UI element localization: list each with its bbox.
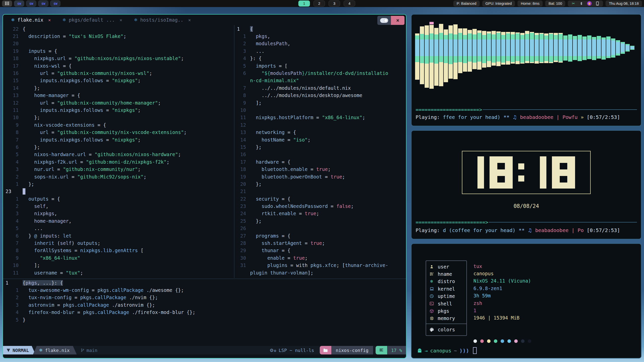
task-button[interactable]: $W bbox=[14, 1, 24, 7]
task-button[interactable]: $W bbox=[50, 1, 60, 7]
playing-text: ♫ bbox=[528, 227, 532, 233]
prompt-arrow: → bbox=[425, 348, 428, 354]
tag-1[interactable]: 1 bbox=[298, 1, 310, 7]
code-token: thunar-archive- bbox=[345, 262, 388, 268]
git-branch[interactable]: main bbox=[81, 348, 97, 353]
code-line: 9 ]; bbox=[234, 99, 407, 106]
viz-column bbox=[453, 17, 458, 104]
fetch-row: kernel bbox=[426, 285, 466, 292]
code-token: ; bbox=[184, 129, 187, 135]
clock-window: 08/08/24 =======================> Playin… bbox=[411, 130, 641, 239]
fire-icon[interactable] bbox=[587, 1, 592, 6]
tab-close-icon[interactable]: × bbox=[48, 17, 51, 23]
status-pill[interactable]: Bat: 100 bbox=[545, 1, 565, 7]
code-token: pkgs bbox=[63, 302, 74, 308]
line-number: 12 bbox=[234, 122, 250, 128]
tag-3[interactable]: 3 bbox=[329, 1, 340, 7]
viz-column bbox=[621, 17, 625, 104]
tag-2[interactable]: 2 bbox=[313, 1, 325, 7]
bluetooth-icon[interactable] bbox=[579, 1, 584, 6]
clock-pill[interactable]: Thu Aug 08, 18:18 bbox=[606, 1, 642, 7]
tab-hosts-isoImag-[interactable]: ❄hosts/isoImag..× bbox=[134, 17, 191, 23]
task-button[interactable]: $W bbox=[26, 1, 36, 7]
code-line: 11 inputs.nixpkgs.follows = "nixpkgs"; bbox=[3, 106, 233, 114]
code-token: inputs bbox=[40, 233, 57, 239]
code-token: = bbox=[296, 211, 305, 216]
shell-prompt[interactable]: → canopus ~ ))) bbox=[417, 347, 477, 354]
code-token: = bbox=[54, 166, 63, 172]
line-number: 13 bbox=[3, 93, 23, 98]
text-cursor bbox=[23, 188, 25, 195]
status-pill[interactable]: GPU: Integrated bbox=[482, 1, 515, 7]
code-token: . bbox=[109, 287, 112, 293]
code-token: ... bbox=[23, 225, 43, 231]
viz-column bbox=[606, 17, 611, 104]
line-number: 8 bbox=[3, 248, 23, 253]
user-icon bbox=[429, 265, 434, 269]
taskbar: $W$W$W$W bbox=[2, 1, 60, 7]
systray[interactable]: ✂ bbox=[568, 1, 603, 7]
viz-column bbox=[506, 17, 510, 104]
tab-flake-nix[interactable]: ❄flake.nix× bbox=[11, 17, 51, 23]
code-token: = bbox=[302, 240, 310, 246]
scissors-icon[interactable]: ✂ bbox=[571, 1, 576, 6]
tag-4[interactable]: 4 bbox=[344, 1, 355, 7]
code-token: = bbox=[60, 33, 69, 39]
editor-window: ❄flake.nix×❄pkgs/default ...×❄hosts/isoI… bbox=[3, 14, 407, 358]
viz-column bbox=[601, 17, 606, 104]
titlebar-toggle[interactable] bbox=[377, 16, 391, 25]
playing-text: beabadoobee | Po bbox=[532, 227, 587, 233]
code-token: ; bbox=[328, 166, 331, 172]
task-button[interactable]: $W bbox=[38, 1, 48, 7]
code-token: ; bbox=[362, 115, 365, 120]
color-dot bbox=[473, 339, 477, 343]
tty-clock bbox=[462, 151, 591, 194]
code-line: 1{pkgs, ...}: { bbox=[3, 279, 406, 286]
lsp-status[interactable]: ⚙⚙ LSP ~ null-ls bbox=[270, 348, 314, 353]
fetch-label: user bbox=[438, 264, 449, 269]
phone-icon[interactable] bbox=[595, 1, 600, 6]
code-pane-right[interactable]: 1{1 pkgs,2 modulesPath,3 ...4}: {5 impor… bbox=[234, 25, 407, 278]
line-number: 18 bbox=[234, 166, 250, 172]
tab-pkgs-default-[interactable]: ❄pkgs/default ...× bbox=[62, 17, 122, 23]
tab-close-icon[interactable]: × bbox=[188, 17, 191, 23]
code-line: 5 nixos-hardware.url = "github:nixos/nix… bbox=[3, 151, 233, 158]
viz-column bbox=[425, 17, 429, 104]
project-badge[interactable] bbox=[320, 346, 331, 354]
viz-column bbox=[472, 17, 477, 104]
line-number: 8 bbox=[234, 93, 250, 98]
code-line: 24 rtkit.enable = true; bbox=[234, 210, 407, 217]
code-line: 2 self, bbox=[3, 202, 233, 210]
launcher-button[interactable] bbox=[2, 1, 12, 7]
code-token: = { bbox=[279, 233, 290, 239]
code-token: "github:nix-community/nur" bbox=[63, 166, 138, 172]
grid-icon bbox=[5, 2, 9, 5]
line-number: 15 bbox=[3, 78, 23, 83]
line-number: 26 bbox=[234, 225, 250, 231]
window-close-button[interactable]: × bbox=[391, 16, 405, 25]
clock-digit bbox=[490, 156, 513, 189]
project-name[interactable]: nixos-config bbox=[331, 346, 373, 354]
line-number: 4 bbox=[234, 56, 250, 61]
code-token bbox=[37, 233, 40, 239]
code-pane-left[interactable]: 22{21 description = "tux's NixOS Flake";… bbox=[3, 25, 233, 278]
tab-close-icon[interactable]: × bbox=[119, 17, 122, 23]
code-token: ; bbox=[167, 159, 169, 165]
line-number: 21 bbox=[3, 33, 23, 39]
status-pill[interactable]: Home: 8ms bbox=[517, 1, 543, 7]
code-token: }; bbox=[250, 218, 262, 224]
line-number: 29 bbox=[234, 248, 250, 253]
code-token: callPackage bbox=[112, 287, 144, 293]
viz-column bbox=[429, 17, 434, 104]
code-token: nixpkgs bbox=[23, 211, 54, 216]
code-token: url bbox=[23, 129, 49, 135]
code-token: = bbox=[69, 174, 77, 179]
status-pill[interactable]: P: Balanced bbox=[453, 1, 479, 7]
code-token: }; bbox=[23, 85, 40, 91]
code-line: 17 nixos-wsl = { bbox=[3, 62, 233, 69]
code-line: 12 url = "github:nix-community/home-mana… bbox=[3, 99, 233, 106]
code-pane-bottom[interactable]: 1{pkgs, ...}: {1 tux-awesome-wm-config =… bbox=[3, 279, 406, 345]
code-token: astronvim bbox=[23, 302, 54, 308]
code-line: 19 bluetooth.powerOnBoot = true; bbox=[234, 173, 407, 180]
statusline-file[interactable]: ❄ flake.nix bbox=[33, 346, 77, 354]
